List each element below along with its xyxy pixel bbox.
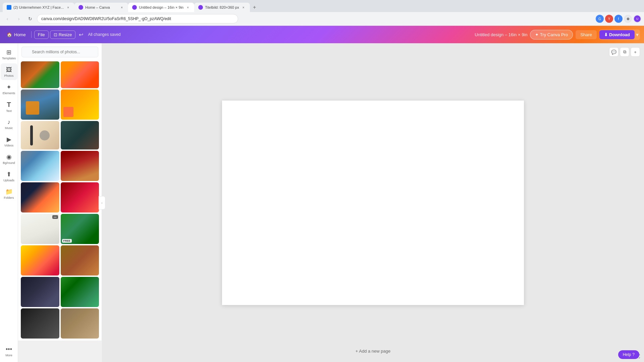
saved-status: All changes saved xyxy=(88,32,120,37)
resize-icon: ⊡ xyxy=(54,32,57,37)
browser-icon-3[interactable]: f xyxy=(614,15,623,23)
search-input[interactable] xyxy=(21,47,98,57)
sidebar-item-folders[interactable]: 📁 Folders xyxy=(1,185,17,202)
toolbar-divider xyxy=(31,31,32,38)
resize-button[interactable]: ⊡ Resize xyxy=(50,31,76,39)
photo-item-3[interactable] xyxy=(21,89,59,120)
photo-item-4[interactable] xyxy=(61,89,99,120)
canvas-copy-button[interactable]: ⧉ xyxy=(620,47,629,57)
photos-panel: 🔍 xyxy=(18,43,102,341)
home-label: Home xyxy=(14,32,26,37)
free-badge-12: FREE xyxy=(62,239,72,243)
new-tab-button[interactable]: + xyxy=(250,3,259,12)
file-button[interactable]: File xyxy=(34,31,49,39)
photo-item-2[interactable] xyxy=(61,61,99,88)
tab-title-3: Untitled design – 16in × 9in xyxy=(139,5,183,9)
browser-addressbar: ‹ › ↻ canva.com/design/DAD9WD8WR2U/5oFaS… xyxy=(0,12,644,25)
browser-icon-2[interactable]: Y xyxy=(605,15,613,23)
panel-collapse-handle[interactable]: ‹ xyxy=(99,196,105,209)
canvas-wrapper xyxy=(102,43,644,362)
photo-item-1[interactable] xyxy=(21,61,59,88)
photo-item-8[interactable] xyxy=(61,151,99,181)
photo-item-16[interactable] xyxy=(61,277,99,307)
tab-close-1[interactable]: × xyxy=(66,5,70,10)
sidebar-item-videos[interactable]: ▶ Videos xyxy=(1,133,17,150)
resize-label: Resize xyxy=(59,32,72,37)
photo-item-14[interactable] xyxy=(61,245,99,276)
help-button[interactable]: Help ? xyxy=(618,350,639,359)
tab-favicon-3 xyxy=(132,5,137,10)
search-bar: 🔍 xyxy=(18,43,102,59)
canvas-page[interactable] xyxy=(222,101,524,305)
browser-chrome: (2) Unternehmen XYZ | Face... × Home – C… xyxy=(0,0,644,26)
browser-tab-2[interactable]: Home – Canva × xyxy=(74,3,128,12)
nav-refresh-button[interactable]: ↻ xyxy=(25,14,35,23)
share-label: Share xyxy=(580,32,592,37)
nav-forward-button[interactable]: › xyxy=(14,14,23,23)
tab-favicon-4 xyxy=(198,5,203,10)
photo-item-18[interactable] xyxy=(61,308,99,339)
sidebar-item-music[interactable]: ♪ Music xyxy=(1,116,17,132)
browser-icon-1[interactable]: G xyxy=(596,15,604,23)
left-sidebar: ⊞ Templates 🖼 Photos ✦ Elements T Text ♪… xyxy=(0,43,18,362)
videos-label: Videos xyxy=(4,144,13,147)
photo-item-7[interactable] xyxy=(21,151,59,181)
folders-label: Folders xyxy=(4,196,14,199)
try-pro-button[interactable]: ✦ Try Canva Pro xyxy=(530,30,573,40)
user-avatar[interactable]: U xyxy=(633,15,641,23)
download-dropdown-button[interactable]: ▾ xyxy=(635,29,640,40)
address-bar[interactable]: canva.com/design/DAD9WD8WR2U/5oFaSrR6_5S… xyxy=(37,14,238,23)
sidebar-item-background[interactable]: ◉ Bg/round xyxy=(1,150,17,167)
photo-item-6[interactable] xyxy=(61,121,99,149)
nav-back-button[interactable]: ‹ xyxy=(3,14,12,23)
add-page-button[interactable]: + Add a new page xyxy=(351,347,395,356)
browser-tab-3[interactable]: Untitled design – 16in × 9in × xyxy=(128,3,194,12)
more-icon: ••• xyxy=(6,346,12,353)
browser-icon-4[interactable]: ⚙ xyxy=(624,15,632,23)
canvas-area: 💬 ⧉ + + Add a new page 128% ⛶ Help ? xyxy=(102,43,644,362)
tab-favicon-2 xyxy=(78,5,83,10)
browser-tab-4[interactable]: Titelbild: 820×360 px × xyxy=(194,3,250,12)
home-button[interactable]: 🏠 Home xyxy=(4,31,29,39)
tab-favicon-1 xyxy=(7,5,11,10)
photos-icon: 🖼 xyxy=(6,66,12,73)
tab-title-4: Titelbild: 820×360 px xyxy=(205,5,239,9)
canvas-controls: 💬 ⧉ + xyxy=(609,47,640,57)
templates-label: Templates xyxy=(2,57,16,60)
download-button[interactable]: ⬇ Download xyxy=(599,30,635,39)
tab-title-2: Home – Canva xyxy=(85,5,117,9)
photo-item-11[interactable]: ••• xyxy=(21,214,59,244)
share-button[interactable]: Share xyxy=(576,30,597,39)
home-icon: 🏠 xyxy=(7,32,12,37)
photo-item-17[interactable] xyxy=(21,308,59,339)
help-icon: ? xyxy=(632,352,635,357)
sidebar-item-templates[interactable]: ⊞ Templates xyxy=(1,46,17,63)
tab-title-1: (2) Unternehmen XYZ | Face... xyxy=(13,5,64,9)
photo-item-15[interactable] xyxy=(21,277,59,307)
sidebar-item-text[interactable]: T Text xyxy=(1,98,17,115)
design-title: Untitled design – 16in × 9in xyxy=(475,32,527,37)
photo-item-10[interactable] xyxy=(61,182,99,213)
toolbar-right: Untitled design – 16in × 9in ✦ Try Canva… xyxy=(475,29,640,40)
tab-close-4[interactable]: × xyxy=(241,5,246,10)
canvas-add-button[interactable]: + xyxy=(631,47,640,57)
try-pro-label: ✦ Try Canva Pro xyxy=(535,32,568,37)
canvas-bottom: + Add a new page xyxy=(102,343,644,359)
undo-button[interactable]: ↩ xyxy=(77,30,85,39)
download-label: Download xyxy=(609,32,630,37)
sidebar-item-photos[interactable]: 🖼 Photos xyxy=(1,63,17,80)
photo-item-9[interactable] xyxy=(21,182,59,213)
tab-close-2[interactable]: × xyxy=(119,5,124,10)
photo-item-12[interactable]: FREE xyxy=(61,214,99,244)
canvas-comment-button[interactable]: 💬 xyxy=(609,47,619,57)
music-label: Music xyxy=(5,126,13,130)
sidebar-item-elements[interactable]: ✦ Elements xyxy=(1,81,17,98)
browser-tab-1[interactable]: (2) Unternehmen XYZ | Face... × xyxy=(3,3,74,12)
sidebar-item-more[interactable]: ••• More xyxy=(1,343,17,360)
file-label: File xyxy=(38,32,45,37)
photo-item-13[interactable] xyxy=(21,245,59,276)
sidebar-item-uploads[interactable]: ⬆ Uploads xyxy=(1,168,17,185)
toolbar-left: 🏠 Home File ⊡ Resize ↩ All changes saved xyxy=(4,30,121,39)
tab-close-3[interactable]: × xyxy=(185,5,190,10)
photo-item-5[interactable] xyxy=(21,121,59,149)
